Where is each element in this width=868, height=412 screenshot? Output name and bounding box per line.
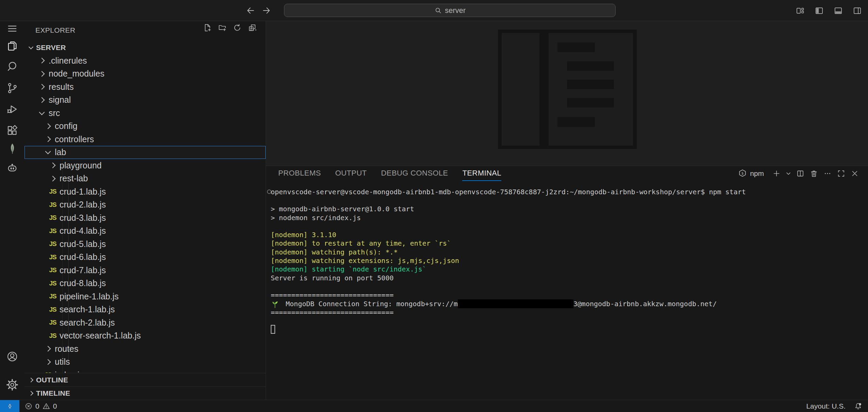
tree-item-utils[interactable]: utils — [24, 356, 266, 369]
forward-arrow-icon[interactable] — [261, 5, 271, 16]
tree-item-label: rest-lab — [60, 174, 88, 183]
tree-item-index.js[interactable]: JSindex.js — [24, 368, 266, 373]
remote-indicator[interactable] — [0, 400, 19, 412]
tree-item-routes[interactable]: routes — [24, 342, 266, 356]
chevron-right-icon — [29, 391, 33, 396]
new-file-icon[interactable] — [202, 22, 213, 33]
terminal-line: openvscode-server@vscode-mongodb-airbnb1… — [271, 187, 861, 196]
tree-item-playground[interactable]: playground — [24, 159, 266, 172]
editor-area[interactable] — [266, 21, 868, 166]
maximize-icon — [837, 169, 846, 178]
tree-item-label: index.js — [55, 370, 84, 373]
command-decoration-icon[interactable] — [267, 189, 271, 194]
tree-item-controllers[interactable]: controllers — [24, 133, 266, 146]
problems-status[interactable]: 0 0 — [24, 400, 57, 412]
tree-item-config[interactable]: config — [24, 120, 266, 133]
section-timeline-label: TIMELINE — [36, 389, 70, 397]
tree-item-crud-4.lab.js[interactable]: JScrud-4.lab.js — [24, 225, 266, 238]
terminal-toolbar: $ npm — [738, 166, 861, 181]
trash-button[interactable] — [808, 168, 820, 179]
activity-item-extensions[interactable] — [4, 122, 20, 138]
terminal-line: > mongodb-airbnb-server@1.0.0 start — [271, 205, 861, 213]
tree-item-rest-lab[interactable]: rest-lab — [24, 172, 266, 185]
back-arrow-icon[interactable] — [246, 5, 256, 16]
section-header-timeline[interactable]: TIMELINE — [24, 386, 266, 400]
tree-item-label: pipeline-1.lab.js — [60, 292, 119, 301]
panel-tab-problems[interactable]: PROBLEMS — [278, 166, 321, 181]
new-folder-icon[interactable] — [217, 22, 228, 33]
refresh-icon[interactable] — [232, 22, 243, 33]
tree-item-search-2.lab.js[interactable]: JSsearch-2.lab.js — [24, 316, 266, 329]
chevron-down-button[interactable] — [784, 168, 792, 179]
tree-item-crud-6.lab.js[interactable]: JScrud-6.lab.js — [24, 251, 266, 264]
npm-shell-icon: $ — [738, 169, 747, 178]
tree-item-search-1.lab.js[interactable]: JSsearch-1.lab.js — [24, 303, 266, 316]
chevron-down-icon — [39, 109, 45, 115]
tree-item-crud-1.lab.js[interactable]: JScrud-1.lab.js — [24, 185, 266, 198]
collapse-all-icon[interactable] — [247, 22, 257, 33]
activity-item-run-debug[interactable] — [4, 101, 20, 117]
panel-tab-terminal[interactable]: TERMINAL — [462, 166, 501, 181]
section-header-outline[interactable]: OUTLINE — [24, 373, 266, 386]
activity-item-search[interactable] — [4, 58, 20, 75]
tree-item-pipeline-1.lab.js[interactable]: JSpipeline-1.lab.js — [24, 290, 266, 303]
search-big-icon — [6, 60, 18, 72]
terminal-line: MongoDB Connection String: mongodb+srv:/… — [271, 299, 861, 308]
terminal-cursor — [271, 325, 275, 334]
javascript-file-icon: JS — [49, 253, 56, 261]
tree-item-signal[interactable]: signal — [24, 94, 266, 107]
mongodb-leaf-icon — [6, 142, 18, 154]
activity-item-account[interactable] — [4, 348, 20, 365]
tree-item-crud-3.lab.js[interactable]: JScrud-3.lab.js — [24, 211, 266, 225]
tree-item-crud-8.lab.js[interactable]: JScrud-8.lab.js — [24, 277, 266, 290]
activity-item-explorer[interactable] — [4, 38, 20, 54]
javascript-file-icon: JS — [49, 306, 56, 313]
watermark-right-panel — [549, 33, 633, 146]
menu-icon — [6, 22, 18, 35]
command-center-search[interactable]: server — [284, 4, 616, 17]
toggle-sidebar-icon[interactable] — [813, 4, 825, 17]
terminal-instance-npm[interactable]: $ npm — [738, 169, 764, 178]
bell-icon[interactable] — [854, 402, 863, 411]
activity-item-cline[interactable] — [4, 159, 20, 176]
section-header-server[interactable]: SERVER — [24, 41, 266, 54]
activity-item-mongodb[interactable] — [4, 140, 20, 156]
more-button[interactable] — [822, 168, 833, 179]
tree-item-.clinerules[interactable]: .clinerules — [24, 54, 266, 67]
tree-item-crud-5.lab.js[interactable]: JScrud-5.lab.js — [24, 237, 266, 251]
chevron-right-icon — [39, 84, 45, 90]
activity-item-settings[interactable] — [4, 377, 20, 393]
panel-tab-debug-console[interactable]: DEBUG CONSOLE — [381, 166, 448, 181]
javascript-file-icon: JS — [49, 188, 56, 195]
run-debug-icon — [6, 103, 18, 115]
keyboard-layout-status[interactable]: Layout: U.S. — [806, 402, 846, 410]
tree-item-results[interactable]: results — [24, 80, 266, 94]
tree-item-crud-2.lab.js[interactable]: JScrud-2.lab.js — [24, 198, 266, 212]
terminal-text: > mongodb-airbnb-server@1.0.0 start — [271, 205, 414, 213]
tree-item-vector-search-1.lab.js[interactable]: JSvector-search-1.lab.js — [24, 329, 266, 343]
toggle-panel-icon[interactable] — [832, 4, 844, 17]
section-server-label: SERVER — [36, 44, 66, 52]
customize-layout-icon[interactable] — [794, 4, 806, 17]
maximize-button[interactable] — [835, 168, 847, 179]
chevron-right-icon — [39, 58, 45, 64]
tree-item-crud-7.lab.js[interactable]: JScrud-7.lab.js — [24, 264, 266, 277]
plus-button[interactable] — [771, 168, 782, 179]
error-count: 0 — [35, 402, 39, 410]
terminal-content[interactable]: openvscode-server@vscode-mongodb-airbnb1… — [271, 187, 861, 396]
activity-item-menu[interactable] — [4, 20, 20, 37]
tree-item-src[interactable]: src — [24, 106, 266, 120]
tree-item-lab[interactable]: lab — [24, 146, 266, 159]
split-terminal-button[interactable] — [795, 168, 806, 179]
toggle-secondary-sidebar-icon[interactable] — [851, 4, 863, 17]
tree-item-label: routes — [55, 344, 78, 354]
panel-tabs: PROBLEMSOUTPUTDEBUG CONSOLETERMINAL — [278, 166, 501, 181]
tree-item-node_modules[interactable]: node_modules — [24, 67, 266, 81]
tree-item-label: controllers — [55, 134, 94, 144]
close-button[interactable] — [849, 168, 861, 179]
chevron-right-icon — [50, 176, 56, 181]
panel-tab-output[interactable]: OUTPUT — [335, 166, 367, 181]
terminal-text: [nodemon] to restart at any time, enter … — [271, 239, 451, 247]
activity-item-source-control[interactable] — [4, 80, 20, 96]
terminal-line — [271, 282, 861, 291]
